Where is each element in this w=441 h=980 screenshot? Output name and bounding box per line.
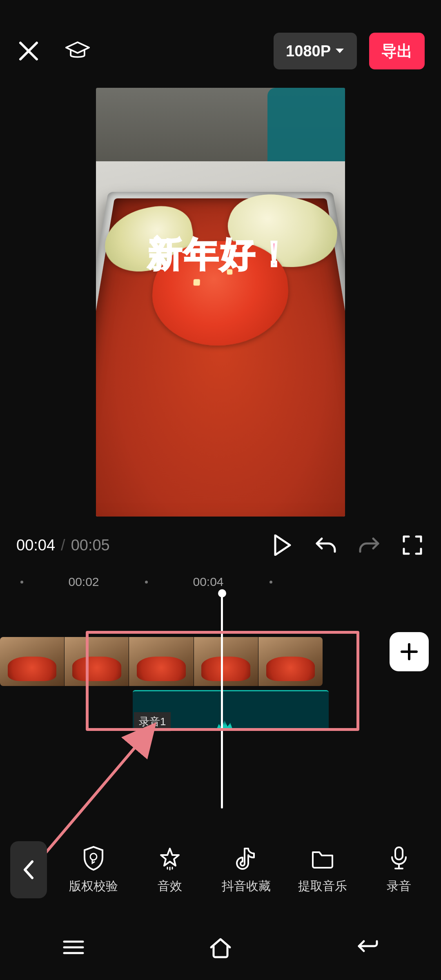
top-bar-right: 1080P 导出 (274, 33, 425, 69)
svg-point-1 (90, 853, 97, 860)
fullscreen-icon (402, 535, 423, 555)
tool-label: 提取音乐 (298, 878, 347, 895)
bottom-toolbar: 版权校验 音效 抖音收藏 提取音乐 录音 (0, 831, 441, 909)
system-navigation-bar (0, 915, 441, 980)
top-bar-left (16, 39, 90, 63)
chevron-down-icon (335, 48, 345, 54)
tool-copyright[interactable]: 版权校验 (55, 845, 131, 895)
audio-waveform (216, 719, 233, 730)
play-button[interactable] (270, 533, 295, 557)
preview-image (96, 88, 345, 517)
timeline-area[interactable]: 00:02 00:04 录音1 (0, 572, 441, 833)
tool-record[interactable]: 录音 (361, 845, 437, 895)
export-button[interactable]: 导出 (369, 33, 425, 69)
clip-selection-line (131, 632, 318, 634)
clip-thumb (65, 637, 129, 686)
playback-controls: 00:04 / 00:05 (0, 525, 441, 566)
close-button[interactable] (16, 39, 41, 63)
chevron-left-icon (22, 860, 36, 880)
tool-label: 抖音收藏 (222, 878, 271, 895)
fullscreen-button[interactable] (400, 533, 425, 557)
video-clip[interactable] (0, 637, 323, 686)
total-time: 00:05 (71, 537, 110, 554)
tool-douyin-fav[interactable]: 抖音收藏 (208, 845, 284, 895)
tool-label: 录音 (387, 878, 411, 895)
tool-extract-music[interactable]: 提取音乐 (284, 845, 361, 895)
clip-thumb (0, 637, 65, 686)
tutorial-button[interactable] (65, 39, 90, 63)
system-recent-button[interactable] (59, 933, 88, 962)
overlay-text[interactable]: 新年好！ (148, 231, 293, 278)
toolbar-back-button[interactable] (10, 841, 47, 898)
preview-area: 新年好！ (0, 86, 441, 519)
audio-clip-label: 录音1 (134, 712, 171, 731)
clip-thumb (129, 637, 194, 686)
douyin-icon (235, 846, 257, 871)
folder-music-icon (310, 847, 335, 869)
time-display: 00:04 / 00:05 (16, 537, 110, 554)
resolution-button[interactable]: 1080P (274, 33, 357, 69)
resolution-label: 1080P (286, 42, 331, 60)
ruler-label: 00:02 (68, 575, 99, 589)
menu-icon (62, 938, 85, 956)
ruler-dot (270, 581, 272, 584)
ruler-dot (145, 581, 148, 584)
current-time: 00:04 (16, 537, 55, 554)
video-track[interactable] (0, 637, 441, 686)
top-bar: 1080P 导出 (0, 24, 441, 78)
shield-check-icon (82, 845, 105, 871)
play-icon (274, 535, 292, 556)
export-label: 导出 (381, 41, 412, 62)
tool-sound-effect[interactable]: 音效 (131, 845, 208, 895)
playhead[interactable] (221, 592, 223, 808)
time-separator: / (61, 537, 65, 554)
clip-thumb (194, 637, 258, 686)
undo-button[interactable] (314, 533, 338, 557)
ruler-dot (20, 581, 23, 584)
preview-frame[interactable]: 新年好！ (96, 88, 345, 517)
ruler-label: 00:04 (193, 575, 223, 589)
tool-label: 版权校验 (69, 878, 118, 895)
home-icon (208, 936, 233, 959)
svg-rect-2 (395, 847, 403, 860)
plus-icon (399, 642, 419, 662)
tool-label: 音效 (158, 878, 182, 895)
system-home-button[interactable] (206, 933, 235, 962)
redo-button[interactable] (357, 533, 381, 557)
graduation-cap-icon (65, 40, 90, 62)
clip-thumb (258, 637, 323, 686)
redo-icon (358, 535, 381, 556)
add-clip-button[interactable] (390, 632, 429, 671)
back-icon (356, 937, 379, 958)
close-icon (18, 40, 39, 62)
system-back-button[interactable] (353, 933, 382, 962)
undo-icon (314, 535, 337, 556)
microphone-icon (390, 846, 408, 871)
star-sound-icon (158, 846, 182, 871)
